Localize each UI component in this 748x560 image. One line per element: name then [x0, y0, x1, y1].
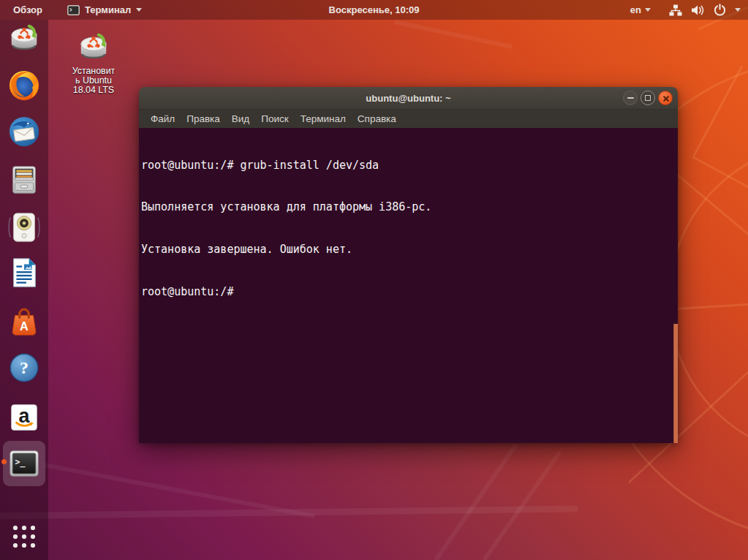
focused-app-label: Терминал — [85, 4, 131, 15]
window-title: ubuntu@ubuntu: ~ — [366, 93, 450, 104]
dock-item-thunderbird[interactable] — [7, 115, 41, 148]
ubuntu-software-icon: A — [7, 305, 41, 338]
chevron-down-icon — [645, 8, 651, 12]
terminal-line: root@ubuntu:/# grub-install /dev/sda — [141, 159, 678, 173]
network-wired-icon — [669, 4, 682, 16]
rhythmbox-icon — [7, 211, 41, 244]
dock-item-amazon[interactable]: a — [7, 401, 41, 434]
maximize-button[interactable] — [641, 91, 655, 105]
dock-item-help[interactable]: ? — [7, 351, 41, 385]
terminal-mini-icon — [67, 5, 80, 15]
power-icon — [714, 4, 726, 16]
ubuntu-installer-icon — [77, 31, 110, 64]
menu-search[interactable]: Поиск — [257, 111, 292, 126]
dock-item-ubuntu-installer[interactable] — [7, 22, 41, 56]
svg-text:>_: >_ — [15, 457, 26, 468]
dock-active-indicator — [1, 459, 7, 464]
dock-item-terminal[interactable]: >_ — [7, 447, 41, 480]
scrollbar-thumb[interactable] — [673, 324, 678, 443]
minimize-button[interactable] — [623, 91, 638, 105]
volume-icon — [691, 4, 705, 16]
dock-item-libreoffice-writer[interactable] — [7, 256, 41, 290]
chevron-down-icon — [136, 8, 142, 12]
desktop-icon-label: Установит ь Ubuntu 18.04 LTS — [70, 67, 117, 96]
close-button[interactable] — [658, 91, 673, 105]
keyboard-layout-label: en — [630, 4, 641, 15]
svg-text:a: a — [19, 405, 31, 427]
terminal-window: ubuntu@ubuntu: ~ Файл Правка Вид Поиск Т… — [139, 87, 678, 442]
focused-app-menu[interactable]: Терминал — [67, 4, 142, 15]
menu-terminal[interactable]: Терминал — [296, 111, 350, 126]
firefox-icon — [7, 69, 41, 102]
dock-item-files[interactable] — [7, 163, 41, 197]
chevron-down-icon — [735, 8, 741, 12]
window-titlebar[interactable]: ubuntu@ubuntu: ~ — [139, 87, 678, 110]
menu-file[interactable]: Файл — [146, 111, 179, 126]
dock-item-rhythmbox[interactable] — [7, 211, 41, 244]
libreoffice-writer-icon — [7, 256, 41, 290]
files-icon — [7, 163, 41, 197]
svg-text:A: A — [20, 319, 29, 333]
terminal-icon: >_ — [7, 447, 41, 480]
app-grid-icon — [12, 524, 37, 549]
dock: A ? a >_ — [0, 20, 48, 560]
ubuntu-installer-icon — [7, 22, 41, 56]
terminal-prompt-line: root@ubuntu:/# — [141, 285, 678, 299]
dock-item-firefox[interactable] — [7, 69, 41, 102]
dock-item-ubuntu-software[interactable]: A — [7, 305, 41, 338]
window-menubar: Файл Правка Вид Поиск Терминал Справка — [139, 110, 678, 128]
minimize-icon — [627, 97, 634, 99]
terminal-output[interactable]: root@ubuntu:/# grub-install /dev/sda Вып… — [139, 128, 678, 443]
window-controls — [623, 91, 673, 105]
keyboard-layout-indicator[interactable]: en — [630, 4, 651, 15]
top-bar-left: Обзор Терминал — [0, 4, 142, 15]
thunderbird-icon — [7, 115, 41, 148]
system-status-area[interactable] — [669, 4, 741, 16]
clock-label[interactable]: Воскресенье, 10:09 — [329, 4, 420, 15]
dock-item-app-grid[interactable] — [12, 524, 37, 549]
top-bar-right: en — [630, 4, 748, 16]
top-bar: Обзор Терминал Воскресенье, 10:09 en — [0, 0, 748, 20]
menu-view[interactable]: Вид — [227, 111, 254, 126]
terminal-line: Выполняется установка для платформы i386… — [141, 200, 678, 214]
menu-edit[interactable]: Правка — [182, 111, 224, 126]
help-icon: ? — [7, 351, 41, 385]
svg-text:?: ? — [20, 358, 29, 377]
maximize-icon — [645, 95, 651, 101]
desktop-icon-install-ubuntu[interactable]: Установит ь Ubuntu 18.04 LTS — [70, 31, 117, 96]
amazon-icon: a — [7, 401, 41, 434]
menu-help[interactable]: Справка — [353, 111, 401, 126]
terminal-line: Установка завершена. Ошибок нет. — [141, 243, 678, 257]
activities-button[interactable]: Обзор — [10, 4, 45, 15]
